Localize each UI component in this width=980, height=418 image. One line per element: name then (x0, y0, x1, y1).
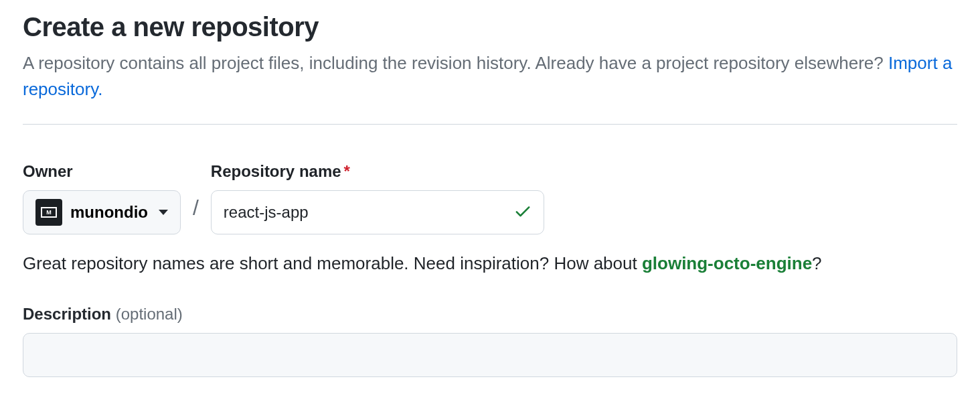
subheading-text: A repository contains all project files,… (23, 53, 888, 73)
owner-label: Owner (23, 162, 181, 181)
owner-repo-separator: / (193, 190, 199, 234)
repo-name-hint: Great repository names are short and mem… (23, 251, 957, 277)
caret-down-icon (159, 210, 168, 215)
description-optional-text: (optional) (116, 305, 183, 323)
repo-name-field-group: Repository name* (211, 162, 544, 234)
page-subheading: A repository contains all project files,… (23, 50, 957, 102)
repo-name-suggestion-link[interactable]: glowing-octo-engine (642, 253, 812, 273)
description-label: Description (optional) (23, 305, 957, 324)
owner-field-group: Owner M munondio (23, 162, 181, 234)
description-field-group: Description (optional) (23, 305, 957, 377)
owner-selected-name: munondio (70, 203, 148, 222)
description-label-text: Description (23, 305, 116, 323)
owner-repo-row: Owner M munondio / Repository name* (23, 162, 957, 234)
section-divider (23, 124, 957, 125)
owner-select-button[interactable]: M munondio (23, 190, 181, 234)
repo-name-label: Repository name* (211, 162, 544, 181)
hint-prefix: Great repository names are short and mem… (23, 253, 642, 273)
owner-avatar: M (35, 199, 62, 226)
repo-name-input[interactable] (211, 190, 544, 234)
required-indicator: * (344, 162, 350, 180)
repo-name-input-wrapper (211, 190, 544, 234)
repo-name-label-text: Repository name (211, 162, 341, 180)
page-title: Create a new repository (23, 12, 957, 42)
description-input[interactable] (23, 333, 957, 377)
hint-suffix: ? (812, 253, 821, 273)
